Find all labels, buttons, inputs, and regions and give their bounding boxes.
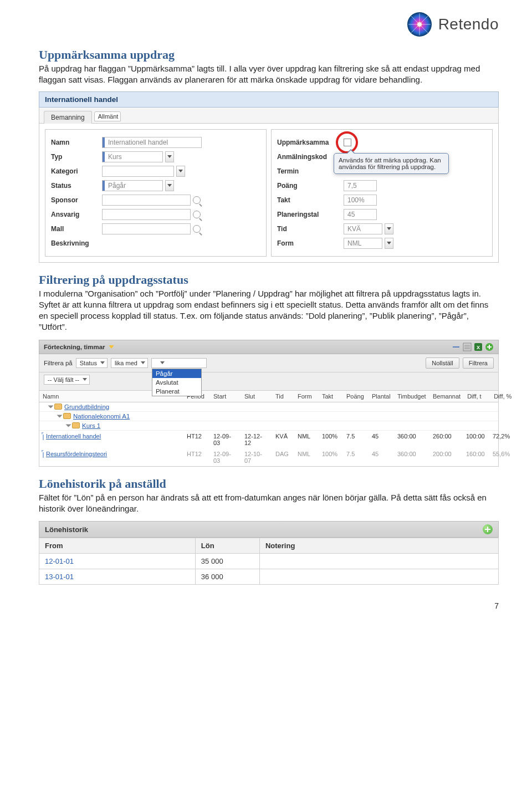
col-takt[interactable]: Takt bbox=[319, 391, 343, 402]
filter-op-select[interactable]: lika med bbox=[111, 358, 148, 368]
paragraph-sec2: I modulerna ”Organisation” och ”Portfölj… bbox=[39, 288, 499, 333]
select-tid[interactable]: KVÄ bbox=[344, 223, 382, 234]
doc-icon bbox=[43, 450, 44, 458]
panel-title: Internationell handel bbox=[39, 91, 499, 107]
col-lon[interactable]: Lön bbox=[195, 538, 259, 554]
folder-icon bbox=[63, 413, 71, 419]
search-icon[interactable] bbox=[193, 211, 201, 218]
tab-bemanning[interactable]: Bemanning bbox=[44, 111, 92, 124]
svg-point-1 bbox=[417, 22, 422, 27]
label-sponsor: Sponsor bbox=[51, 196, 102, 204]
select-form[interactable]: NML bbox=[344, 238, 382, 249]
table-row[interactable]: Internationell handel HT12 12-09-03 12-1… bbox=[39, 431, 498, 448]
label-planeringstal: Planeringstal bbox=[277, 211, 344, 218]
right-column: Uppmärksamma Används för att märka uppdr… bbox=[271, 129, 493, 257]
screenshot-forteckning: Förteckning, timmar X Filtrera på Status… bbox=[39, 340, 499, 467]
col-timbudget[interactable]: Timbudget bbox=[394, 391, 429, 402]
dropdown-kategori-btn[interactable] bbox=[176, 166, 185, 177]
table-row[interactable]: 13-01-01 36 000 bbox=[39, 569, 499, 585]
tooltip-uppmarksamma: Används för att märka uppdrag. Kan använ… bbox=[334, 153, 449, 174]
input-ansvarig[interactable] bbox=[102, 209, 191, 220]
col-difft[interactable]: Diff, t bbox=[464, 391, 490, 402]
paragraph-sec3: Fältet för ”Lön” på en person har ändrat… bbox=[39, 492, 499, 515]
page-number: 7 bbox=[494, 601, 499, 610]
add-row-button[interactable] bbox=[483, 524, 493, 534]
add-icon[interactable] bbox=[485, 343, 494, 351]
col-bemannat[interactable]: Bemannat bbox=[429, 391, 464, 402]
filter-button[interactable]: Filtrera bbox=[463, 358, 494, 369]
brand-name: Retendo bbox=[438, 16, 499, 33]
option-avslutat[interactable]: Avslutat bbox=[152, 378, 201, 387]
collapse-icon[interactable] bbox=[452, 343, 461, 351]
input-planeringstal[interactable]: 45 bbox=[344, 209, 377, 220]
filter-field-select[interactable]: Status bbox=[76, 358, 108, 368]
tree-row[interactable]: Grundutbildning bbox=[39, 402, 498, 412]
tree-row[interactable]: Nationalekonomi A1 bbox=[39, 412, 498, 421]
bar-title: Förteckning, timmar bbox=[44, 344, 105, 350]
option-planerat[interactable]: Planerat bbox=[152, 387, 201, 396]
search-icon[interactable] bbox=[193, 196, 201, 204]
col-diffp[interactable]: Diff, % bbox=[490, 391, 517, 402]
col-poang[interactable]: Poäng bbox=[343, 391, 369, 402]
col-tid[interactable]: Tid bbox=[272, 391, 294, 402]
folder-icon bbox=[54, 404, 62, 410]
export-excel-icon[interactable]: X bbox=[474, 343, 483, 351]
filter-label: Filtrera på bbox=[44, 360, 73, 366]
folder-icon bbox=[72, 422, 80, 428]
col-start[interactable]: Start bbox=[210, 391, 241, 402]
settings-icon[interactable] bbox=[463, 343, 472, 351]
expand-icon[interactable] bbox=[109, 345, 114, 349]
option-pagar[interactable]: Pågår bbox=[152, 369, 201, 378]
label-ansvarig: Ansvarig bbox=[51, 211, 102, 218]
dropdown-status-btn[interactable] bbox=[165, 180, 174, 191]
input-mall[interactable] bbox=[102, 223, 191, 234]
input-takt[interactable]: 100% bbox=[344, 195, 377, 206]
col-notering[interactable]: Notering bbox=[259, 538, 498, 554]
label-namn: Namn bbox=[51, 139, 102, 146]
label-tid: Tid bbox=[277, 225, 344, 233]
select-typ[interactable]: Kurs bbox=[102, 151, 163, 162]
lonehistorik-table: From Lön Notering 12-01-01 35 000 13-01-… bbox=[39, 538, 499, 585]
dropdown-tid-btn[interactable] bbox=[385, 223, 393, 234]
label-form: Form bbox=[277, 239, 344, 247]
table-row[interactable]: Resursfördelningsteori HT12 12-09-03 12-… bbox=[39, 448, 498, 466]
label-kategori: Kategori bbox=[51, 167, 102, 175]
label-status: Status bbox=[51, 182, 102, 190]
tree-row[interactable]: Kurs 1 bbox=[39, 421, 498, 431]
filter-field-2-select[interactable]: -- Välj fält -- bbox=[44, 375, 90, 385]
grid-header: Namn Period Start Slut Tid Form Takt Poä… bbox=[39, 391, 499, 402]
label-typ: Typ bbox=[51, 153, 102, 161]
svg-rect-2 bbox=[453, 346, 459, 348]
col-plantal[interactable]: Plantal bbox=[369, 391, 394, 402]
label-uppmarksamma: Uppmärksamma bbox=[277, 139, 344, 146]
dropdown-typ-btn[interactable] bbox=[165, 151, 174, 162]
heading-filtrering: Filtrering på uppdragsstatus bbox=[39, 273, 499, 287]
label-beskrivning: Beskrivning bbox=[51, 239, 102, 247]
dropdown-form-btn[interactable] bbox=[385, 238, 393, 249]
reset-button[interactable]: Nollställ bbox=[426, 358, 459, 369]
heading-lonehistorik: Lönehistorik på anställd bbox=[39, 477, 499, 491]
brand-logo: Retendo bbox=[39, 11, 499, 38]
retendo-mark-icon bbox=[406, 11, 433, 38]
checkbox-uppmarksamma[interactable] bbox=[344, 139, 351, 146]
input-poang[interactable]: 7,5 bbox=[344, 180, 377, 191]
label-takt: Takt bbox=[277, 196, 344, 204]
input-namn[interactable]: Internationell handel bbox=[102, 137, 202, 148]
filter-value-select[interactable]: Pågår Avslutat Planerat bbox=[151, 358, 207, 368]
tab-allmant[interactable]: Allmänt bbox=[94, 111, 121, 121]
col-form[interactable]: Form bbox=[294, 391, 319, 402]
input-sponsor[interactable] bbox=[102, 195, 191, 206]
screenshot-lonehistorik: Lönehistorik From Lön Notering 12-01-01 … bbox=[39, 521, 499, 585]
lh-title: Lönehistorik bbox=[45, 525, 88, 534]
svg-text:X: X bbox=[477, 345, 480, 350]
table-row[interactable]: 12-01-01 35 000 bbox=[39, 554, 499, 569]
filter-value-dropdown: Pågår Avslutat Planerat bbox=[152, 369, 202, 396]
select-status[interactable]: Pågår bbox=[102, 180, 163, 191]
paragraph-sec1: På uppdrag har flaggan ”Uppmärksamma” la… bbox=[39, 63, 499, 86]
col-from[interactable]: From bbox=[39, 538, 196, 554]
search-icon[interactable] bbox=[193, 225, 201, 233]
screenshot-allmant-panel: Internationell handel Bemanning Allmänt … bbox=[39, 91, 499, 263]
select-kategori[interactable] bbox=[102, 166, 174, 177]
left-column: Namn Internationell handel Typ Kurs Kate… bbox=[45, 129, 267, 257]
col-slut[interactable]: Slut bbox=[241, 391, 272, 402]
